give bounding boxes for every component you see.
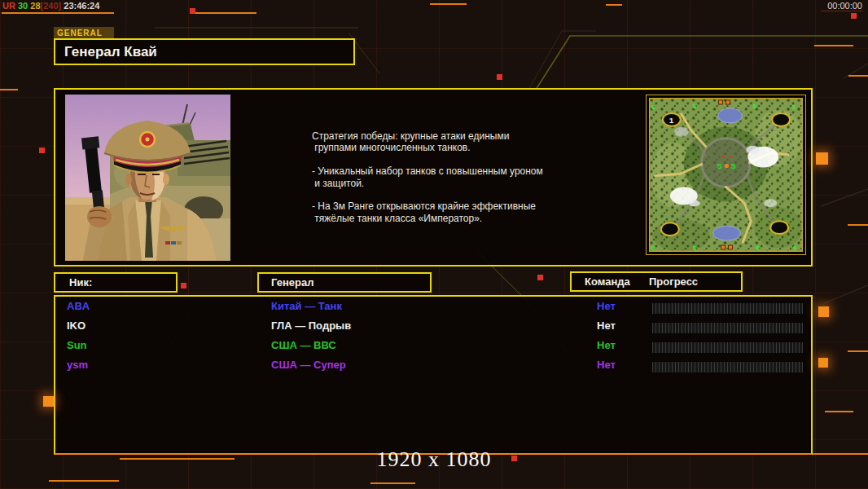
deco-orange-square [818, 358, 828, 368]
debug-stats-text: UR 30 28[240] 23:46:24 [2, 1, 99, 11]
column-header-nick: Ник: [54, 272, 178, 293]
deco-line [370, 482, 415, 484]
deco-orange-square [43, 396, 54, 407]
column-label-team: Команда [585, 273, 630, 290]
player-list-panel: ABA Китай — Танк Нет IKO ГЛА — Подрыв Не… [54, 295, 813, 455]
player-team: Нет [597, 359, 616, 371]
svg-text:S: S [717, 162, 722, 170]
game-screen: UR 30 28[240] 23:46:24 00:00:00 GENERAL … [0, 0, 868, 489]
deco-line [848, 350, 868, 352]
column-label-general: Генерал [259, 274, 430, 291]
player-row: ysm США — Супер Нет [55, 358, 811, 377]
player-team: Нет [597, 339, 616, 351]
deco-line [814, 45, 853, 46]
deco-line [848, 224, 868, 226]
debug-v3: [240] [41, 1, 62, 11]
general-description: Стратегия победы: крупные атаки едиными … [312, 130, 589, 224]
progress-bar [651, 322, 804, 334]
player-general: США — Супер [271, 359, 346, 371]
player-name: Sun [67, 339, 87, 351]
deco-line [848, 75, 868, 77]
deco-line [49, 480, 119, 482]
start-position-1-label: 1 [669, 116, 674, 125]
general-title-box: Генерал Квай [54, 38, 355, 65]
column-label-progress: Прогресс [649, 273, 698, 290]
tab-general: GENERAL [54, 27, 114, 39]
svg-text:S: S [730, 162, 735, 170]
player-team: Нет [597, 300, 616, 312]
general-portrait [65, 95, 230, 261]
player-name: IKO [67, 319, 85, 332]
lake-south [713, 226, 741, 240]
column-header-general: Генерал [257, 272, 432, 293]
svg-text:$: $ [792, 104, 796, 111]
deco-red-square [190, 8, 195, 14]
debug-v1: 30 [18, 1, 28, 11]
svg-text:$: $ [651, 104, 655, 111]
player-row: Sun США — ВВС Нет [55, 338, 811, 358]
deco-line [821, 11, 863, 11]
player-general: ГЛА — Подрыв [271, 319, 351, 332]
deco-red-square [851, 13, 857, 19]
progress-bar [651, 302, 804, 315]
svg-text:$: $ [752, 103, 756, 110]
minimap: 1 $ $ $ $ $ $ $ $ S S [646, 95, 806, 255]
deco-line [825, 411, 853, 412]
player-row: ABA Китай — Танк Нет [55, 299, 811, 319]
player-team: Нет [597, 319, 616, 332]
progress-bar [651, 341, 804, 354]
column-header-team-progress: Команда Прогресс [570, 271, 743, 292]
deco-line [0, 89, 18, 90]
general-portrait-image [65, 95, 230, 261]
deco-red-square [497, 74, 502, 80]
medal-ribbons [165, 241, 182, 244]
deco-orange-square [816, 152, 828, 165]
page-title: Генерал Квай [55, 40, 353, 64]
player-name: ysm [67, 359, 88, 371]
debug-time: 23:46:24 [64, 1, 99, 11]
deco-red-square [39, 148, 45, 153]
player-general: США — ВВС [271, 339, 336, 351]
player-general: Китай — Танк [271, 300, 342, 312]
deco-line [2, 12, 114, 14]
deco-line [190, 12, 256, 14]
lake-north [718, 108, 743, 123]
resolution-label: 1920 x 1080 [0, 447, 868, 472]
player-name: ABA [67, 300, 90, 312]
progress-bar [651, 361, 804, 373]
player-row: IKO ГЛА — Подрыв Нет [55, 319, 811, 338]
debug-v2: 28 [30, 1, 40, 11]
column-label-nick: Ник: [55, 274, 176, 291]
deco-red-square [181, 283, 186, 289]
minimap-image: 1 $ $ $ $ $ $ $ $ S S [649, 98, 803, 252]
deco-line [606, 4, 622, 6]
match-timer: 00:00:00 [827, 1, 862, 11]
deco-red-square [537, 275, 543, 280]
general-info-panel: Стратегия победы: крупные атаки едиными … [54, 88, 813, 267]
debug-ur: UR [2, 1, 15, 11]
deco-orange-square [818, 306, 829, 317]
deco-line [430, 3, 467, 5]
svg-text:$: $ [693, 103, 697, 110]
